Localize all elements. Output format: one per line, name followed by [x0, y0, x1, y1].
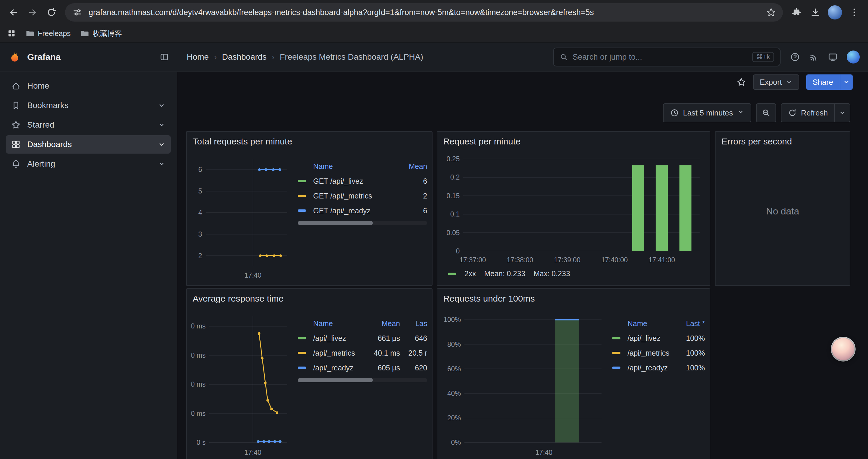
- dashboard-canvas: Export Share Last 5 minutes: [177, 72, 868, 459]
- sidebar-item-alerting[interactable]: Alerting: [6, 155, 171, 173]
- grafana-logo[interactable]: [8, 51, 21, 64]
- panel-total-requests: Total requests per minute 6543217:40 Nam…: [186, 131, 433, 286]
- back-icon[interactable]: [5, 4, 23, 21]
- svg-text:80%: 80%: [447, 340, 461, 348]
- svg-text:0.15: 0.15: [446, 192, 460, 200]
- series-swatch: [612, 366, 620, 369]
- sidebar-item-home[interactable]: Home: [6, 77, 171, 95]
- bookmark-label: Freeleaps: [38, 29, 71, 38]
- legend-scrollbar-thumb[interactable]: [298, 221, 373, 225]
- legend-series-name[interactable]: GET /api/_livez: [313, 177, 393, 186]
- export-label: Export: [760, 78, 782, 87]
- share-button[interactable]: Share: [806, 74, 852, 90]
- clock-icon: [670, 108, 679, 117]
- legend-header-name[interactable]: Name: [627, 319, 673, 328]
- sidebar-item-starred[interactable]: Starred: [6, 116, 171, 134]
- panel-title[interactable]: Average response time: [191, 292, 427, 308]
- share-menu-button[interactable]: [840, 74, 852, 90]
- legend-series-name[interactable]: GET /api/_readyz: [313, 206, 393, 215]
- assistant-avatar[interactable]: [832, 338, 855, 360]
- browser-menu-icon[interactable]: [845, 4, 863, 21]
- legend-series-mean: 40.1 ms: [367, 349, 400, 357]
- svg-text:0.25: 0.25: [446, 155, 460, 163]
- svg-text:17:39:00: 17:39:00: [554, 256, 581, 264]
- forward-icon[interactable]: [24, 4, 41, 21]
- favorite-star-icon[interactable]: [737, 77, 746, 87]
- svg-text:100%: 100%: [443, 316, 461, 323]
- time-range-label: Last 5 minutes: [683, 108, 733, 118]
- sidebar-item-label: Bookmarks: [27, 101, 68, 110]
- legend-header-name[interactable]: Name: [313, 162, 393, 171]
- refresh-main[interactable]: Refresh: [781, 104, 834, 122]
- legend-header-last[interactable]: Las: [404, 319, 427, 328]
- legend-header-mean[interactable]: Mean: [367, 319, 400, 328]
- legend-series-name[interactable]: GET /api/_metrics: [313, 192, 393, 200]
- legend-series-name[interactable]: /api/_livez: [627, 334, 673, 342]
- kiosk-monitor-icon[interactable]: [828, 52, 838, 62]
- star-icon: [11, 120, 21, 130]
- refresh-interval-button[interactable]: [834, 104, 850, 122]
- refresh-label: Refresh: [801, 108, 828, 118]
- legend-series-last: 620: [404, 364, 427, 372]
- legend-series-last: 100%: [677, 349, 705, 357]
- average-response-time-chart[interactable]: 80 ms60 ms40 ms20 ms0 s17:40: [191, 308, 292, 459]
- refresh-button[interactable]: Refresh: [781, 103, 850, 122]
- bookmark-folder-blog[interactable]: 收藏博客: [80, 29, 122, 38]
- zoom-out-button[interactable]: [756, 103, 776, 122]
- legend-series-name[interactable]: 2xx: [464, 269, 476, 278]
- breadcrumb-home[interactable]: Home: [187, 52, 209, 62]
- panel-title[interactable]: Total requests per minute: [191, 135, 427, 151]
- bookmark-star-icon[interactable]: [764, 5, 778, 20]
- browser-profile-avatar[interactable]: [828, 5, 842, 20]
- downloads-icon[interactable]: [807, 4, 824, 21]
- chevron-down-icon: [158, 102, 165, 109]
- sidebar-item-bookmarks[interactable]: Bookmarks: [6, 96, 171, 114]
- series-swatch: [298, 352, 306, 354]
- panel-title[interactable]: Errors per second: [720, 135, 845, 151]
- legend-header-name[interactable]: Name: [313, 319, 363, 328]
- requests-under-100ms-chart[interactable]: 100%80%60%40%20%0%17:40: [442, 308, 606, 459]
- url-bar[interactable]: grafana.mathmast.com/d/deytv4rwavabkb/fr…: [65, 3, 783, 22]
- help-icon[interactable]: [790, 52, 800, 62]
- series-swatch: [298, 366, 306, 369]
- reload-icon[interactable]: [42, 4, 60, 21]
- legend-scrollbar-thumb[interactable]: [298, 378, 373, 382]
- sidebar-toggle-icon[interactable]: [159, 52, 169, 62]
- search-placeholder: Search or jump to...: [572, 53, 642, 62]
- svg-text:20 ms: 20 ms: [191, 410, 206, 417]
- search-input[interactable]: Search or jump to... ⌘+k: [553, 47, 780, 66]
- svg-text:0 s: 0 s: [196, 438, 206, 446]
- bookmark-folder-freeleaps[interactable]: Freeleaps: [25, 29, 71, 38]
- legend-series-mean: 6: [397, 177, 427, 186]
- share-label[interactable]: Share: [806, 74, 840, 90]
- legend-header-last[interactable]: Last *: [677, 319, 705, 328]
- time-range-picker[interactable]: Last 5 minutes: [663, 103, 751, 122]
- sidebar-item-dashboards[interactable]: Dashboards: [6, 135, 171, 154]
- user-avatar[interactable]: [847, 51, 860, 64]
- legend-series-name[interactable]: /api/_livez: [313, 334, 363, 342]
- export-button[interactable]: Export: [753, 74, 799, 90]
- bookmark-icon: [11, 101, 21, 110]
- legend-series-name[interactable]: /api/_metrics: [313, 349, 363, 357]
- legend-series-name[interactable]: /api/_readyz: [313, 364, 363, 372]
- apps-grid-icon[interactable]: [7, 29, 16, 38]
- site-info-icon[interactable]: [71, 6, 84, 19]
- extensions-icon[interactable]: [788, 4, 805, 21]
- svg-text:0.05: 0.05: [446, 229, 460, 237]
- total-requests-chart[interactable]: 6543217:40: [191, 151, 292, 282]
- legend-scrollbar: [298, 378, 427, 382]
- news-rss-icon[interactable]: [809, 52, 819, 62]
- bookmark-label: 收藏博客: [92, 29, 122, 38]
- legend-series-name[interactable]: /api/_readyz: [627, 364, 673, 372]
- legend-series-name[interactable]: /api/_metrics: [627, 349, 673, 357]
- svg-text:17:40:00: 17:40:00: [601, 256, 628, 264]
- brand-name: Grafana: [27, 52, 154, 62]
- svg-text:60%: 60%: [447, 365, 461, 373]
- breadcrumb: Home Dashboards Freeleaps Metrics Dashbo…: [187, 52, 423, 62]
- breadcrumb-dashboards[interactable]: Dashboards: [222, 52, 267, 62]
- panel-errors-per-second: Errors per second No data: [715, 131, 850, 286]
- panel-title[interactable]: Request per minute: [442, 135, 705, 151]
- panel-title[interactable]: Requests under 100ms: [442, 292, 705, 308]
- request-per-minute-chart[interactable]: 0.250.20.150.10.05017:37:0017:38:0017:39…: [442, 151, 704, 266]
- legend-header-mean[interactable]: Mean: [397, 162, 427, 171]
